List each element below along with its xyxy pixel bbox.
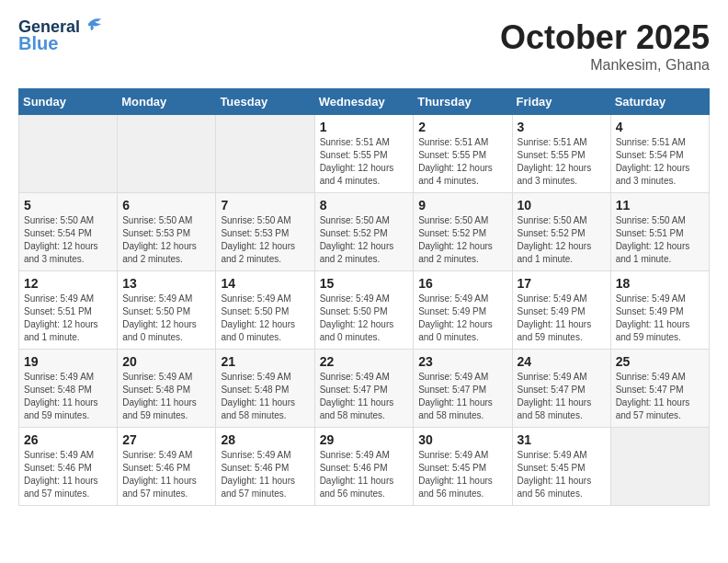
calendar-cell: 2Sunrise: 5:51 AM Sunset: 5:55 PM Daylig… bbox=[414, 115, 512, 193]
calendar-cell: 26Sunrise: 5:49 AM Sunset: 5:46 PM Dayli… bbox=[19, 428, 118, 506]
calendar-cell: 18Sunrise: 5:49 AM Sunset: 5:49 PM Dayli… bbox=[610, 271, 709, 350]
day-number: 7 bbox=[221, 198, 309, 213]
day-info: Sunrise: 5:50 AM Sunset: 5:52 PM Dayligh… bbox=[418, 214, 506, 266]
calendar-cell: 31Sunrise: 5:49 AM Sunset: 5:45 PM Dayli… bbox=[512, 428, 610, 506]
day-info: Sunrise: 5:49 AM Sunset: 5:46 PM Dayligh… bbox=[221, 449, 309, 500]
calendar-cell: 3Sunrise: 5:51 AM Sunset: 5:55 PM Daylig… bbox=[512, 115, 610, 193]
calendar-cell: 8Sunrise: 5:50 AM Sunset: 5:52 PM Daylig… bbox=[314, 193, 414, 271]
calendar-cell: 22Sunrise: 5:49 AM Sunset: 5:47 PM Dayli… bbox=[314, 350, 414, 428]
calendar-cell: 12Sunrise: 5:49 AM Sunset: 5:51 PM Dayli… bbox=[19, 271, 118, 350]
day-info: Sunrise: 5:49 AM Sunset: 5:48 PM Dayligh… bbox=[122, 371, 210, 422]
day-info: Sunrise: 5:49 AM Sunset: 5:51 PM Dayligh… bbox=[24, 293, 112, 344]
day-number: 27 bbox=[122, 432, 210, 447]
day-info: Sunrise: 5:50 AM Sunset: 5:52 PM Dayligh… bbox=[518, 214, 606, 266]
day-number: 13 bbox=[122, 276, 210, 291]
weekday-header-cell: Tuesday bbox=[216, 89, 314, 115]
weekday-header-row: SundayMondayTuesdayWednesdayThursdayFrid… bbox=[19, 89, 710, 115]
calendar-cell: 20Sunrise: 5:49 AM Sunset: 5:48 PM Dayli… bbox=[118, 350, 216, 428]
day-number: 18 bbox=[616, 276, 704, 291]
day-number: 19 bbox=[24, 354, 112, 369]
calendar-week-row: 26Sunrise: 5:49 AM Sunset: 5:46 PM Dayli… bbox=[19, 428, 710, 506]
day-number: 26 bbox=[24, 432, 112, 447]
calendar-cell: 1Sunrise: 5:51 AM Sunset: 5:55 PM Daylig… bbox=[314, 115, 414, 193]
calendar-cell: 25Sunrise: 5:49 AM Sunset: 5:47 PM Dayli… bbox=[610, 350, 709, 428]
day-info: Sunrise: 5:50 AM Sunset: 5:53 PM Dayligh… bbox=[221, 214, 309, 266]
calendar-cell: 21Sunrise: 5:49 AM Sunset: 5:48 PM Dayli… bbox=[216, 350, 314, 428]
day-number: 21 bbox=[221, 354, 309, 369]
calendar-week-row: 5Sunrise: 5:50 AM Sunset: 5:54 PM Daylig… bbox=[19, 193, 710, 271]
calendar-cell bbox=[118, 115, 216, 193]
calendar-cell: 13Sunrise: 5:49 AM Sunset: 5:50 PM Dayli… bbox=[118, 271, 216, 350]
day-info: Sunrise: 5:49 AM Sunset: 5:49 PM Dayligh… bbox=[616, 293, 704, 344]
day-info: Sunrise: 5:49 AM Sunset: 5:46 PM Dayligh… bbox=[122, 449, 210, 500]
page-header: General Blue October 2025 Mankesim, Ghan… bbox=[18, 18, 710, 74]
day-info: Sunrise: 5:49 AM Sunset: 5:49 PM Dayligh… bbox=[518, 293, 606, 344]
title-block: October 2025 Mankesim, Ghana bbox=[500, 18, 710, 74]
logo: General Blue bbox=[18, 18, 103, 53]
day-info: Sunrise: 5:50 AM Sunset: 5:54 PM Dayligh… bbox=[24, 214, 112, 266]
day-number: 20 bbox=[122, 354, 210, 369]
logo-bird-icon bbox=[86, 16, 103, 32]
calendar-cell bbox=[610, 428, 709, 506]
day-number: 6 bbox=[122, 198, 210, 213]
day-number: 12 bbox=[24, 276, 112, 291]
day-number: 1 bbox=[320, 120, 409, 134]
day-info: Sunrise: 5:50 AM Sunset: 5:52 PM Dayligh… bbox=[320, 214, 409, 266]
day-number: 22 bbox=[320, 354, 409, 369]
calendar-body: 1Sunrise: 5:51 AM Sunset: 5:55 PM Daylig… bbox=[19, 115, 710, 506]
calendar-table: SundayMondayTuesdayWednesdayThursdayFrid… bbox=[18, 88, 710, 506]
day-info: Sunrise: 5:49 AM Sunset: 5:48 PM Dayligh… bbox=[221, 371, 309, 422]
location-title: Mankesim, Ghana bbox=[500, 57, 710, 74]
calendar-week-row: 19Sunrise: 5:49 AM Sunset: 5:48 PM Dayli… bbox=[19, 350, 710, 428]
day-info: Sunrise: 5:51 AM Sunset: 5:55 PM Dayligh… bbox=[320, 136, 409, 188]
day-info: Sunrise: 5:49 AM Sunset: 5:47 PM Dayligh… bbox=[418, 371, 506, 422]
day-number: 2 bbox=[418, 120, 506, 134]
calendar-week-row: 12Sunrise: 5:49 AM Sunset: 5:51 PM Dayli… bbox=[19, 271, 710, 350]
calendar-cell: 29Sunrise: 5:49 AM Sunset: 5:46 PM Dayli… bbox=[314, 428, 414, 506]
day-number: 5 bbox=[24, 198, 112, 213]
calendar-cell: 28Sunrise: 5:49 AM Sunset: 5:46 PM Dayli… bbox=[216, 428, 314, 506]
month-title: October 2025 bbox=[500, 18, 710, 57]
day-number: 23 bbox=[418, 354, 506, 369]
day-info: Sunrise: 5:49 AM Sunset: 5:50 PM Dayligh… bbox=[221, 293, 309, 344]
day-info: Sunrise: 5:49 AM Sunset: 5:47 PM Dayligh… bbox=[518, 371, 606, 422]
calendar-cell: 27Sunrise: 5:49 AM Sunset: 5:46 PM Dayli… bbox=[118, 428, 216, 506]
calendar-cell: 5Sunrise: 5:50 AM Sunset: 5:54 PM Daylig… bbox=[19, 193, 118, 271]
calendar-cell: 14Sunrise: 5:49 AM Sunset: 5:50 PM Dayli… bbox=[216, 271, 314, 350]
day-number: 15 bbox=[320, 276, 409, 291]
calendar-cell: 7Sunrise: 5:50 AM Sunset: 5:53 PM Daylig… bbox=[216, 193, 314, 271]
day-number: 29 bbox=[320, 432, 409, 447]
day-number: 10 bbox=[518, 198, 606, 213]
calendar-cell: 9Sunrise: 5:50 AM Sunset: 5:52 PM Daylig… bbox=[414, 193, 512, 271]
day-info: Sunrise: 5:49 AM Sunset: 5:45 PM Dayligh… bbox=[518, 449, 606, 500]
weekday-header-cell: Sunday bbox=[19, 89, 118, 115]
calendar-cell: 23Sunrise: 5:49 AM Sunset: 5:47 PM Dayli… bbox=[414, 350, 512, 428]
day-number: 25 bbox=[616, 354, 704, 369]
day-number: 28 bbox=[221, 432, 309, 447]
day-info: Sunrise: 5:49 AM Sunset: 5:50 PM Dayligh… bbox=[320, 293, 409, 344]
calendar-week-row: 1Sunrise: 5:51 AM Sunset: 5:55 PM Daylig… bbox=[19, 115, 710, 193]
day-info: Sunrise: 5:49 AM Sunset: 5:49 PM Dayligh… bbox=[418, 293, 506, 344]
calendar-cell: 17Sunrise: 5:49 AM Sunset: 5:49 PM Dayli… bbox=[512, 271, 610, 350]
calendar-cell: 30Sunrise: 5:49 AM Sunset: 5:45 PM Dayli… bbox=[414, 428, 512, 506]
day-info: Sunrise: 5:49 AM Sunset: 5:47 PM Dayligh… bbox=[616, 371, 704, 422]
weekday-header-cell: Wednesday bbox=[314, 89, 414, 115]
calendar-cell: 11Sunrise: 5:50 AM Sunset: 5:51 PM Dayli… bbox=[610, 193, 709, 271]
calendar-cell: 15Sunrise: 5:49 AM Sunset: 5:50 PM Dayli… bbox=[314, 271, 414, 350]
day-number: 31 bbox=[518, 432, 606, 447]
calendar-cell: 10Sunrise: 5:50 AM Sunset: 5:52 PM Dayli… bbox=[512, 193, 610, 271]
weekday-header-cell: Monday bbox=[118, 89, 216, 115]
day-info: Sunrise: 5:49 AM Sunset: 5:50 PM Dayligh… bbox=[122, 293, 210, 344]
day-number: 11 bbox=[616, 198, 704, 213]
day-info: Sunrise: 5:51 AM Sunset: 5:55 PM Dayligh… bbox=[518, 136, 606, 188]
calendar-cell: 19Sunrise: 5:49 AM Sunset: 5:48 PM Dayli… bbox=[19, 350, 118, 428]
day-info: Sunrise: 5:49 AM Sunset: 5:48 PM Dayligh… bbox=[24, 371, 112, 422]
day-number: 3 bbox=[518, 120, 606, 134]
day-number: 9 bbox=[418, 198, 506, 213]
weekday-header-cell: Friday bbox=[512, 89, 610, 115]
day-number: 16 bbox=[418, 276, 506, 291]
day-info: Sunrise: 5:50 AM Sunset: 5:53 PM Dayligh… bbox=[122, 214, 210, 266]
day-info: Sunrise: 5:51 AM Sunset: 5:55 PM Dayligh… bbox=[418, 136, 506, 188]
calendar-cell: 6Sunrise: 5:50 AM Sunset: 5:53 PM Daylig… bbox=[118, 193, 216, 271]
day-number: 24 bbox=[518, 354, 606, 369]
